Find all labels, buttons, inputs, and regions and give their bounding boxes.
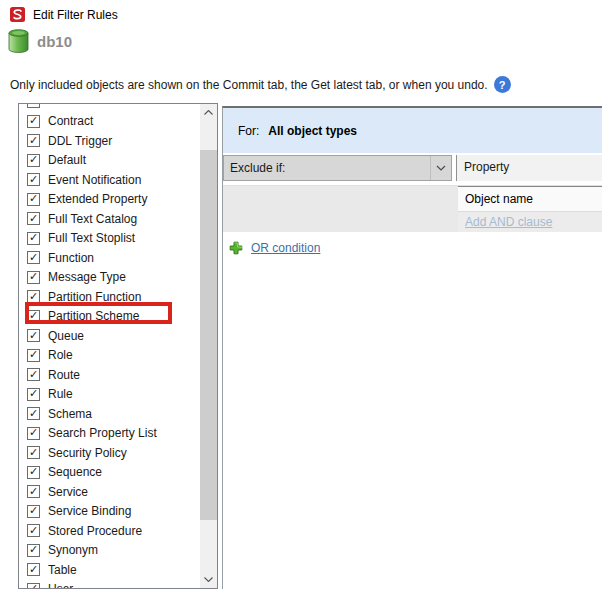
checkbox-checked[interactable]: ✓: [27, 524, 40, 537]
check-icon: ✓: [29, 310, 38, 321]
check-icon: ✓: [29, 505, 38, 516]
list-item[interactable]: ✓ Message Type: [19, 268, 200, 288]
check-icon: ✓: [29, 213, 38, 224]
checkbox-checked[interactable]: ✓: [27, 193, 40, 206]
checkbox-checked[interactable]: ✓: [27, 251, 40, 264]
list-item[interactable]: ✓ Search Property List: [19, 424, 200, 444]
list-item[interactable]: ✓ DDL Trigger: [19, 131, 200, 151]
list-item[interactable]: ✓ Rule: [19, 385, 200, 405]
scroll-thumb[interactable]: [200, 150, 217, 520]
list-item[interactable]: ✓ Table: [19, 560, 200, 580]
check-icon: ✓: [29, 486, 38, 497]
list-item-label: Schema: [48, 407, 92, 421]
exclude-if-dropdown[interactable]: Exclude if:: [223, 155, 452, 181]
checkbox-checked[interactable]: ✓: [27, 349, 40, 362]
list-item-label: Contract: [48, 114, 93, 128]
list-item[interactable]: ✓ Service: [19, 482, 200, 502]
add-and-clause-link[interactable]: Add AND clause: [458, 212, 602, 232]
checkbox-checked[interactable]: ✓: [27, 485, 40, 498]
list-item-label: Role: [48, 348, 73, 362]
object-type-list-content: ✓ ✓ Contract ✓ DDL Trigger ✓ Default ✓ E…: [19, 104, 200, 589]
checkbox-checked[interactable]: ✓: [27, 407, 40, 420]
list-item-label: Synonym: [48, 543, 98, 557]
list-item[interactable]: ✓ Contract: [19, 112, 200, 132]
checkbox-checked[interactable]: ✓: [27, 154, 40, 167]
list-item[interactable]: ✓ Partition Function: [19, 287, 200, 307]
check-icon: ✓: [29, 564, 38, 575]
checkbox-checked[interactable]: ✓: [27, 103, 40, 108]
scroll-down-button[interactable]: [200, 571, 217, 588]
check-icon: ✓: [29, 369, 38, 380]
list-item-label: Service: [48, 485, 88, 499]
list-item[interactable]: ✓ Queue: [19, 326, 200, 346]
checkbox-checked[interactable]: ✓: [27, 115, 40, 128]
list-item[interactable]: ✓ Service Binding: [19, 502, 200, 522]
check-icon: ✓: [29, 408, 38, 419]
help-icon[interactable]: ?: [494, 76, 511, 93]
list-item[interactable]: ✓ Partition Scheme: [19, 307, 200, 327]
list-item[interactable]: ✓ Stored Procedure: [19, 521, 200, 541]
check-icon: ✓: [29, 447, 38, 458]
list-item-label: Queue: [48, 329, 84, 343]
list-item[interactable]: ✓ Full Text Catalog: [19, 209, 200, 229]
check-icon: ✓: [29, 583, 38, 589]
list-item[interactable]: ✓ Default: [19, 151, 200, 171]
check-icon: ✓: [29, 525, 38, 536]
check-icon: ✓: [29, 349, 38, 360]
check-icon: ✓: [29, 115, 38, 126]
exclude-if-value: Exclude if:: [230, 161, 285, 175]
app-logo-icon: [10, 7, 25, 22]
checkbox-checked[interactable]: ✓: [27, 310, 40, 323]
list-item[interactable]: ✓ Schema: [19, 404, 200, 424]
list-item[interactable]: ✓ Full Text Stoplist: [19, 229, 200, 249]
clause-section: Object name Add AND clause: [223, 185, 602, 232]
check-icon: ✓: [29, 544, 38, 555]
list-item-label: Stored Procedure: [48, 524, 142, 538]
list-item[interactable]: ✓ Event Notification: [19, 170, 200, 190]
add-icon[interactable]: [229, 241, 243, 255]
checkbox-checked[interactable]: ✓: [27, 583, 40, 589]
list-item-label: Security Policy: [48, 446, 127, 460]
checkbox-checked[interactable]: ✓: [27, 427, 40, 440]
list-item[interactable]: ✓ User: [19, 580, 200, 589]
list-item[interactable]: ✓ Security Policy: [19, 443, 200, 463]
checkbox-checked[interactable]: ✓: [27, 563, 40, 576]
dialog-titlebar: Edit Filter Rules: [10, 7, 118, 22]
list-item-label: Table: [48, 563, 77, 577]
checkbox-checked[interactable]: ✓: [27, 290, 40, 303]
checkbox-checked[interactable]: ✓: [27, 544, 40, 557]
list-scrollbar[interactable]: [200, 104, 217, 588]
for-label: For:: [238, 124, 259, 138]
list-item-label: Full Text Stoplist: [48, 231, 135, 245]
checkbox-checked[interactable]: ✓: [27, 232, 40, 245]
list-item[interactable]: ✓ Sequence: [19, 463, 200, 483]
list-item-label: Sequence: [48, 465, 102, 479]
checkbox-checked[interactable]: ✓: [27, 173, 40, 186]
object-type-list[interactable]: ✓ ✓ Contract ✓ DDL Trigger ✓ Default ✓ E…: [18, 103, 218, 589]
property-value-cell[interactable]: Object name: [458, 187, 602, 212]
list-item[interactable]: ✓ Role: [19, 346, 200, 366]
checkbox-checked[interactable]: ✓: [27, 368, 40, 381]
note-row: Only included objects are shown on the C…: [10, 76, 511, 93]
panel-header: For: All object types: [223, 108, 602, 153]
list-item[interactable]: ✓ Extended Property: [19, 190, 200, 210]
checkbox-checked[interactable]: ✓: [27, 134, 40, 147]
checkbox-checked[interactable]: ✓: [27, 446, 40, 459]
checkbox-checked[interactable]: ✓: [27, 388, 40, 401]
list-item[interactable]: ✓ Synonym: [19, 541, 200, 561]
check-icon: ✓: [29, 466, 38, 477]
list-item[interactable]: ✓ Function: [19, 248, 200, 268]
check-icon: ✓: [29, 193, 38, 204]
checkbox-checked[interactable]: ✓: [27, 466, 40, 479]
list-item-label: Function: [48, 251, 94, 265]
check-icon: ✓: [29, 103, 38, 107]
checkbox-checked[interactable]: ✓: [27, 212, 40, 225]
list-item[interactable]: ✓: [19, 103, 200, 112]
or-condition-link[interactable]: OR condition: [251, 241, 320, 255]
checkbox-checked[interactable]: ✓: [27, 271, 40, 284]
checkbox-checked[interactable]: ✓: [27, 505, 40, 518]
scroll-up-button[interactable]: [200, 104, 217, 121]
checkbox-checked[interactable]: ✓: [27, 329, 40, 342]
check-icon: ✓: [29, 330, 38, 341]
list-item[interactable]: ✓ Route: [19, 365, 200, 385]
